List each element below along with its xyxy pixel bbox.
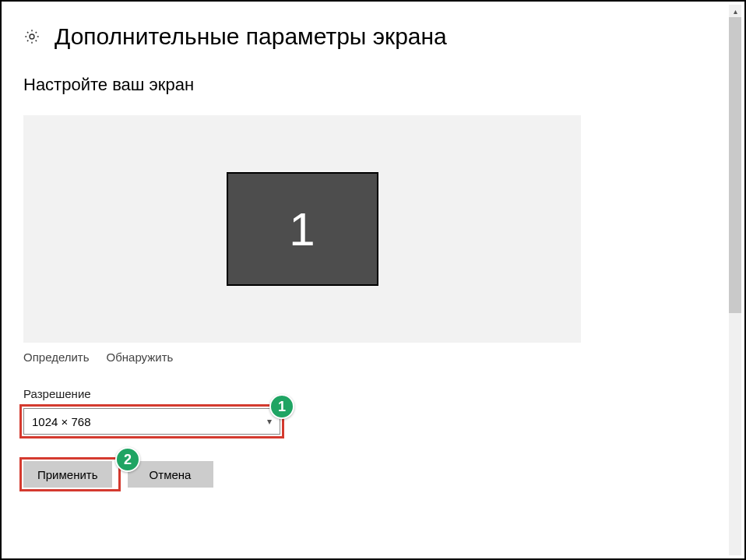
apply-button[interactable]: Применить — [23, 461, 112, 488]
scrollbar[interactable]: ▴ — [729, 5, 741, 555]
scrollbar-up-icon[interactable]: ▴ — [729, 5, 741, 17]
annotation-badge-1: 1 — [269, 394, 294, 419]
section-title: Настройте ваш экран — [23, 75, 723, 95]
svg-point-0 — [30, 34, 34, 39]
action-button-row: Применить Отмена 2 — [23, 461, 213, 488]
chevron-down-icon: ▾ — [267, 416, 272, 427]
display-arrangement-area[interactable]: 1 — [23, 115, 581, 343]
resolution-value: 1024 × 768 — [32, 415, 91, 428]
resolution-dropdown[interactable]: 1024 × 768 ▾ — [23, 408, 280, 435]
detect-link[interactable]: Обнаружить — [107, 350, 174, 364]
display-action-links: Определить Обнаружить — [23, 350, 723, 364]
page-header: Дополнительные параметры экрана — [23, 23, 723, 50]
settings-page: Дополнительные параметры экрана Настройт… — [2, 2, 744, 558]
identify-link[interactable]: Определить — [23, 350, 90, 364]
monitor-number: 1 — [289, 203, 315, 256]
cancel-button[interactable]: Отмена — [128, 461, 213, 488]
scrollbar-thumb[interactable] — [729, 17, 741, 313]
resolution-label: Разрешение — [23, 387, 723, 400]
gear-icon — [23, 28, 40, 45]
resolution-dropdown-wrap: 1024 × 768 ▾ 1 — [23, 408, 280, 435]
page-title: Дополнительные параметры экрана — [55, 23, 447, 50]
monitor-thumbnail[interactable]: 1 — [227, 172, 378, 286]
annotation-badge-2: 2 — [115, 447, 140, 472]
